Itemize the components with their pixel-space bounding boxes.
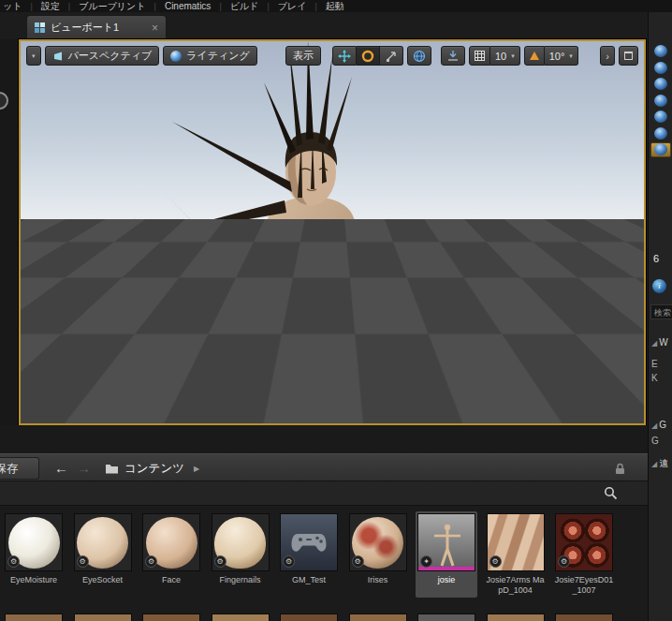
asset-label: GM_Test: [278, 575, 340, 598]
collapsed-panel-icon[interactable]: [0, 92, 8, 110]
breadcrumb[interactable]: コンテンツ ▶: [97, 458, 207, 479]
axis-gizmo: Z: [26, 365, 75, 418]
details-row[interactable]: E: [651, 359, 658, 369]
character-model[interactable]: [21, 41, 644, 423]
world-local-toggle-button[interactable]: [407, 46, 431, 66]
asset-badge-icon: ⚙: [352, 555, 364, 568]
visibility-toggle[interactable]: [650, 126, 671, 140]
asset-tile-partial[interactable]: [74, 614, 132, 621]
surface-snap-button[interactable]: [441, 46, 465, 66]
menu-item-asset[interactable]: ット: [0, 0, 30, 12]
asset-tile[interactable]: ⚙ Josie7Arms MapD_1004: [485, 511, 547, 598]
info-icon[interactable]: i: [652, 279, 666, 293]
save-all-button[interactable]: 保存: [0, 457, 39, 480]
grid-snap-group: 10 ▾: [469, 46, 520, 66]
visibility-toggle-selected[interactable]: [650, 142, 671, 157]
level-name[interactable]: Untitled (パーシスタント): [519, 406, 636, 417]
asset-thumbnail: ⚙: [280, 513, 338, 571]
menu-item-cinematics[interactable]: Cinematics: [156, 1, 219, 11]
forward-arrow-icon: →: [77, 459, 91, 478]
visibility-toggle[interactable]: [650, 93, 671, 108]
grid-snap-toggle-button[interactable]: [469, 46, 490, 66]
asset-tile[interactable]: ⚙ Irises: [347, 511, 409, 598]
asset-tile[interactable]: ⚙ EyeSocket: [72, 511, 134, 598]
viewport-canvas[interactable]: ▾ パースペクティブ ライティング 表示: [21, 41, 644, 423]
viewport-options-button[interactable]: ▾: [26, 46, 41, 66]
asset-tile-partial[interactable]: [212, 614, 270, 621]
tab-label: ビューポート1: [51, 21, 119, 35]
asset-tile[interactable]: ⚙ Fingernails: [210, 511, 271, 598]
asset-badge-icon: ✦: [420, 555, 432, 568]
menu-item-blueprint[interactable]: ブループリント: [70, 0, 153, 12]
eye-icon: [654, 95, 667, 107]
transform-tool-group: [332, 46, 403, 66]
asset-search-bar[interactable]: [0, 481, 648, 506]
rotate-tool-button[interactable]: [357, 46, 380, 66]
maximize-viewport-button[interactable]: [619, 46, 638, 66]
asset-tile[interactable]: ⚙ GM_Test: [278, 511, 340, 598]
level-indicator: レベル：Untitled (パーシスタント): [473, 405, 636, 419]
asset-grid: ⚙ EyeMoisture ⚙ EyeSocket ⚙ Face ⚙ Fi: [0, 506, 648, 621]
asset-tile-partial[interactable]: [417, 614, 475, 621]
axis-z-label: Z: [50, 370, 55, 380]
details-search-field[interactable]: 検索: [650, 304, 672, 319]
asset-badge-icon: ⚙: [214, 555, 226, 568]
asset-label: EyeSocket: [72, 575, 134, 598]
asset-tile[interactable]: ⚙ Josie7EyesD01 _1007: [553, 511, 615, 598]
toolbar-overflow-button[interactable]: ›: [600, 46, 615, 66]
menu-item-play[interactable]: プレイ: [270, 0, 315, 12]
asset-tile-partial[interactable]: [555, 614, 613, 621]
visibility-toggle[interactable]: [650, 110, 671, 125]
grid-snap-value-button[interactable]: 10 ▾: [490, 46, 520, 66]
back-arrow-icon[interactable]: ←: [54, 459, 68, 478]
perspective-icon: [52, 51, 64, 62]
eye-icon: [654, 62, 667, 74]
asset-thumbnail: ⚙: [212, 513, 270, 571]
content-browser: 保存 ← → コンテンツ ▶: [0, 425, 648, 621]
menu-item-settings[interactable]: 設定: [33, 0, 68, 12]
breadcrumb-content: コンテンツ: [124, 461, 184, 477]
menu-item-launch[interactable]: 起動: [317, 0, 353, 12]
asset-tile-partial[interactable]: [142, 614, 200, 621]
close-icon[interactable]: ×: [152, 22, 158, 34]
details-category[interactable]: ◢G: [651, 420, 666, 430]
search-icon[interactable]: [604, 486, 618, 504]
asset-thumbnail: ⚙: [5, 513, 63, 571]
menu-item-build[interactable]: ビルド: [222, 0, 268, 12]
asset-tile-partial[interactable]: [280, 614, 338, 621]
maximize-icon: [624, 52, 633, 60]
asset-label: Face: [140, 575, 202, 598]
visibility-toggle[interactable]: [650, 44, 671, 59]
breadcrumb-arrow-icon[interactable]: ▶: [194, 465, 199, 473]
perspective-button[interactable]: パースペクティブ: [45, 46, 160, 66]
asset-tile[interactable]: ⚙ Face: [140, 511, 202, 598]
details-category[interactable]: ◢遠: [651, 457, 668, 470]
lit-sphere-icon: [170, 51, 182, 62]
scale-tool-button[interactable]: [380, 46, 403, 66]
rotation-snap-toggle-button[interactable]: [524, 46, 545, 66]
asset-tile-partial[interactable]: [5, 614, 63, 621]
visibility-toggle[interactable]: [650, 60, 671, 75]
asset-label: EyeMoisture: [3, 575, 65, 598]
asset-tile-selected[interactable]: ✦ josie: [416, 511, 477, 598]
lock-icon[interactable]: [615, 462, 625, 479]
eye-icon: [654, 111, 667, 123]
asset-tile-partial[interactable]: [349, 614, 407, 621]
viewport-grid-icon: [35, 22, 45, 33]
visibility-toggle[interactable]: [650, 77, 671, 92]
menu-bar: ット| 設定| ブループリント| Cinematics| ビルド| プレイ| 起…: [0, 0, 672, 12]
asset-thumbnail: ⚙: [74, 513, 132, 571]
rotation-snap-value-button[interactable]: 10° ▾: [545, 46, 578, 66]
asset-tile-partial[interactable]: [487, 614, 545, 621]
tab-viewport1[interactable]: ビューポート1 ×: [26, 15, 167, 39]
right-panel-strip: 6 i 検索 ◢W E K ◢G G ◢遠: [648, 12, 672, 621]
show-flags-button[interactable]: 表示: [285, 46, 321, 66]
asset-tile[interactable]: ⚙ EyeMoisture: [3, 511, 65, 598]
details-row[interactable]: K: [651, 373, 658, 383]
lighting-mode-button[interactable]: ライティング: [163, 46, 257, 66]
viewport-toolbar: ▾ パースペクティブ ライティング 表示: [26, 46, 638, 66]
details-category[interactable]: ◢W: [651, 337, 668, 347]
translate-tool-button[interactable]: [332, 46, 357, 66]
angle-icon: [530, 52, 539, 60]
details-row[interactable]: G: [651, 436, 659, 446]
